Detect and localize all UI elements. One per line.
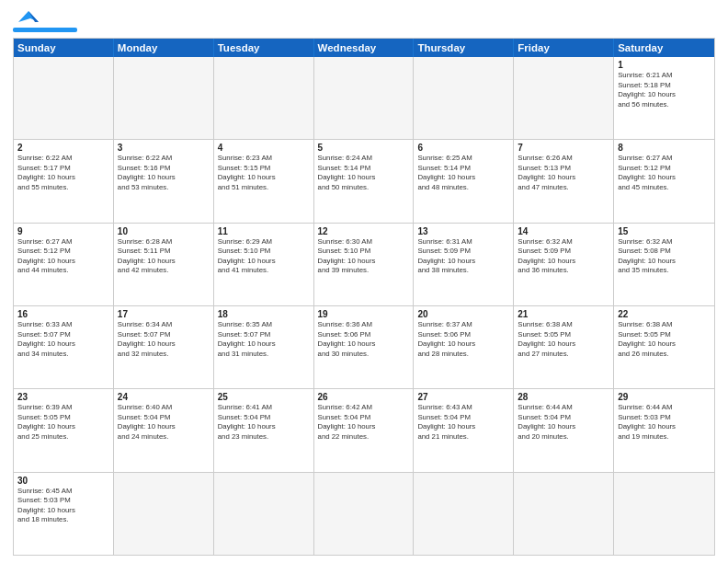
logo-bar: [13, 28, 77, 32]
cell-info: Sunrise: 6:42 AM Sunset: 5:04 PM Dayligh…: [318, 403, 410, 442]
calendar-cell: [14, 57, 114, 139]
day-number: 12: [318, 226, 410, 236]
calendar-cell: 13Sunrise: 6:31 AM Sunset: 5:09 PM Dayli…: [414, 224, 514, 305]
header-day-tuesday: Tuesday: [214, 39, 314, 57]
header-day-saturday: Saturday: [614, 39, 714, 57]
cell-info: Sunrise: 6:44 AM Sunset: 5:03 PM Dayligh…: [618, 403, 711, 442]
calendar-cell: [114, 473, 214, 555]
header-day-wednesday: Wednesday: [314, 39, 415, 57]
header: [13, 9, 715, 32]
cell-info: Sunrise: 6:34 AM Sunset: 5:07 PM Dayligh…: [118, 320, 210, 359]
day-number: 9: [17, 226, 109, 236]
day-number: 26: [318, 392, 410, 402]
day-number: 19: [318, 309, 410, 319]
calendar-cell: 28Sunrise: 6:44 AM Sunset: 5:04 PM Dayli…: [514, 389, 614, 471]
calendar-cell: 21Sunrise: 6:38 AM Sunset: 5:05 PM Dayli…: [514, 306, 614, 388]
calendar-cell: 20Sunrise: 6:37 AM Sunset: 5:06 PM Dayli…: [414, 306, 514, 388]
header-day-friday: Friday: [514, 39, 614, 57]
day-number: 13: [417, 226, 509, 236]
calendar-row-5: 30Sunrise: 6:45 AM Sunset: 5:03 PM Dayli…: [14, 472, 714, 555]
calendar-cell: 7Sunrise: 6:26 AM Sunset: 5:13 PM Daylig…: [514, 140, 614, 222]
calendar-cell: 26Sunrise: 6:42 AM Sunset: 5:04 PM Dayli…: [314, 389, 415, 471]
calendar-cell: [214, 473, 314, 555]
calendar-cell: 2Sunrise: 6:22 AM Sunset: 5:17 PM Daylig…: [14, 140, 114, 222]
calendar-cell: [414, 57, 514, 139]
calendar-cell: 3Sunrise: 6:22 AM Sunset: 5:16 PM Daylig…: [114, 140, 214, 222]
calendar-cell: 8Sunrise: 6:27 AM Sunset: 5:12 PM Daylig…: [614, 140, 714, 222]
calendar-cell: 9Sunrise: 6:27 AM Sunset: 5:12 PM Daylig…: [14, 224, 114, 305]
cell-info: Sunrise: 6:36 AM Sunset: 5:06 PM Dayligh…: [318, 320, 410, 359]
calendar-cell: 5Sunrise: 6:24 AM Sunset: 5:14 PM Daylig…: [314, 140, 415, 222]
day-number: 17: [118, 309, 210, 319]
day-number: 27: [417, 392, 509, 402]
calendar-cell: 10Sunrise: 6:28 AM Sunset: 5:11 PM Dayli…: [114, 224, 214, 305]
calendar-cell: [414, 473, 514, 555]
day-number: 15: [618, 226, 711, 236]
calendar-cell: [514, 473, 614, 555]
cell-info: Sunrise: 6:37 AM Sunset: 5:06 PM Dayligh…: [417, 320, 509, 359]
cell-info: Sunrise: 6:35 AM Sunset: 5:07 PM Dayligh…: [218, 320, 310, 359]
calendar-row-2: 9Sunrise: 6:27 AM Sunset: 5:12 PM Daylig…: [14, 223, 714, 305]
day-number: 8: [618, 143, 711, 153]
calendar-row-0: 1Sunrise: 6:21 AM Sunset: 5:18 PM Daylig…: [14, 57, 714, 139]
day-number: 18: [218, 309, 310, 319]
day-number: 4: [218, 143, 310, 153]
day-number: 24: [118, 392, 210, 402]
calendar-cell: 29Sunrise: 6:44 AM Sunset: 5:03 PM Dayli…: [614, 389, 714, 471]
cell-info: Sunrise: 6:22 AM Sunset: 5:16 PM Dayligh…: [118, 154, 210, 192]
calendar-cell: 23Sunrise: 6:39 AM Sunset: 5:05 PM Dayli…: [14, 389, 114, 471]
logo: [13, 9, 77, 32]
header-day-monday: Monday: [114, 39, 214, 57]
day-number: 22: [618, 309, 711, 319]
day-number: 30: [17, 476, 109, 486]
cell-info: Sunrise: 6:44 AM Sunset: 5:04 PM Dayligh…: [518, 403, 609, 442]
cell-info: Sunrise: 6:43 AM Sunset: 5:04 PM Dayligh…: [417, 403, 509, 442]
cell-info: Sunrise: 6:45 AM Sunset: 5:03 PM Dayligh…: [17, 487, 109, 525]
calendar-cell: 18Sunrise: 6:35 AM Sunset: 5:07 PM Dayli…: [214, 306, 314, 388]
calendar-cell: [314, 473, 415, 555]
day-number: 7: [518, 143, 609, 153]
day-number: 2: [17, 143, 109, 153]
calendar-cell: 15Sunrise: 6:32 AM Sunset: 5:08 PM Dayli…: [614, 224, 714, 305]
calendar-cell: [314, 57, 415, 139]
cell-info: Sunrise: 6:24 AM Sunset: 5:14 PM Dayligh…: [318, 154, 410, 192]
calendar-cell: 24Sunrise: 6:40 AM Sunset: 5:04 PM Dayli…: [114, 389, 214, 471]
calendar-body: 1Sunrise: 6:21 AM Sunset: 5:18 PM Daylig…: [14, 57, 714, 555]
calendar-cell: 11Sunrise: 6:29 AM Sunset: 5:10 PM Dayli…: [214, 224, 314, 305]
day-number: 1: [618, 60, 711, 70]
day-number: 14: [518, 226, 609, 236]
day-number: 6: [417, 143, 509, 153]
page: SundayMondayTuesdayWednesdayThursdayFrid…: [0, 0, 728, 563]
calendar-cell: 25Sunrise: 6:41 AM Sunset: 5:04 PM Dayli…: [214, 389, 314, 471]
cell-info: Sunrise: 6:40 AM Sunset: 5:04 PM Dayligh…: [118, 403, 210, 442]
calendar-cell: 17Sunrise: 6:34 AM Sunset: 5:07 PM Dayli…: [114, 306, 214, 388]
cell-info: Sunrise: 6:41 AM Sunset: 5:04 PM Dayligh…: [218, 403, 310, 442]
cell-info: Sunrise: 6:27 AM Sunset: 5:12 PM Dayligh…: [618, 154, 711, 192]
header-day-thursday: Thursday: [414, 39, 514, 57]
calendar-cell: 30Sunrise: 6:45 AM Sunset: 5:03 PM Dayli…: [14, 473, 114, 555]
header-day-sunday: Sunday: [14, 39, 114, 57]
day-number: 10: [118, 226, 210, 236]
calendar: SundayMondayTuesdayWednesdayThursdayFrid…: [13, 38, 715, 556]
cell-info: Sunrise: 6:32 AM Sunset: 5:08 PM Dayligh…: [618, 237, 711, 276]
cell-info: Sunrise: 6:22 AM Sunset: 5:17 PM Dayligh…: [17, 154, 109, 192]
calendar-cell: [114, 57, 214, 139]
calendar-cell: 4Sunrise: 6:23 AM Sunset: 5:15 PM Daylig…: [214, 140, 314, 222]
calendar-cell: [214, 57, 314, 139]
day-number: 20: [417, 309, 509, 319]
cell-info: Sunrise: 6:38 AM Sunset: 5:05 PM Dayligh…: [518, 320, 609, 359]
calendar-cell: 14Sunrise: 6:32 AM Sunset: 5:09 PM Dayli…: [514, 224, 614, 305]
day-number: 23: [17, 392, 109, 402]
calendar-cell: 19Sunrise: 6:36 AM Sunset: 5:06 PM Dayli…: [314, 306, 415, 388]
calendar-row-4: 23Sunrise: 6:39 AM Sunset: 5:05 PM Dayli…: [14, 388, 714, 471]
calendar-cell: 27Sunrise: 6:43 AM Sunset: 5:04 PM Dayli…: [414, 389, 514, 471]
cell-info: Sunrise: 6:25 AM Sunset: 5:14 PM Dayligh…: [417, 154, 509, 192]
calendar-header: SundayMondayTuesdayWednesdayThursdayFrid…: [14, 39, 714, 57]
cell-info: Sunrise: 6:33 AM Sunset: 5:07 PM Dayligh…: [17, 320, 109, 359]
day-number: 28: [518, 392, 609, 402]
calendar-cell: [514, 57, 614, 139]
day-number: 21: [518, 309, 609, 319]
cell-info: Sunrise: 6:30 AM Sunset: 5:10 PM Dayligh…: [318, 237, 410, 276]
cell-info: Sunrise: 6:29 AM Sunset: 5:10 PM Dayligh…: [218, 237, 310, 276]
cell-info: Sunrise: 6:38 AM Sunset: 5:05 PM Dayligh…: [618, 320, 711, 359]
